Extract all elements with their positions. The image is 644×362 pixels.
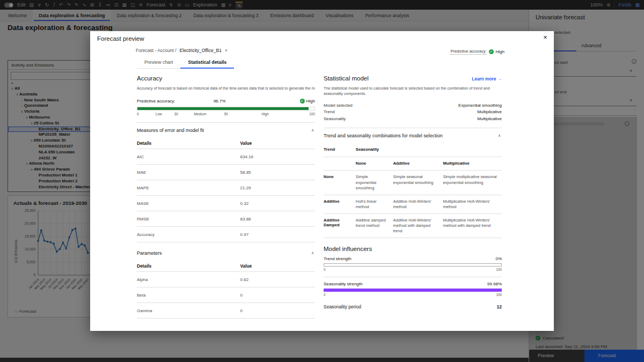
- modal-tab-statistical-details[interactable]: Statistical details: [180, 57, 234, 68]
- divider: [324, 277, 502, 277]
- predictive-accuracy-label: Predictive accuracy:: [450, 49, 486, 55]
- metric-label: Gamma: [137, 308, 240, 313]
- seasonality-strength-scale: 0100: [324, 293, 502, 297]
- table-row: MASE0.32: [137, 196, 315, 211]
- combo-row: AdditiveHolt's linear methodAdditive Hol…: [324, 195, 502, 214]
- combo-cell: Additive Holt-Winters' method: [393, 199, 443, 210]
- close-icon[interactable]: ×: [541, 33, 550, 42]
- metric-value: 0.62: [240, 277, 249, 282]
- combo-column-header: Multiplicative: [443, 161, 502, 167]
- measures-accordion-header[interactable]: Measures of error and model fit ∧: [137, 123, 315, 138]
- forecast-preview-modal: Forecast preview × Forecast - Account / …: [90, 31, 554, 331]
- table-row: MAPE21.29: [137, 180, 315, 196]
- metric-label: MAE: [137, 170, 240, 175]
- model-property-row: Model selectedExponential smoothing: [324, 102, 502, 109]
- accuracy-column: Accuracy Accuracy of forecast is based o…: [137, 73, 315, 319]
- metric-value: 58.85: [240, 170, 251, 175]
- combo-cell: Multiplicative Holt-Winters' method: [443, 199, 502, 210]
- modal-body: Accuracy Accuracy of forecast is based o…: [137, 73, 502, 319]
- table-row: RMSE83.88: [137, 211, 315, 227]
- combo-cell: Additive Holt-Winters' method with dampe…: [393, 218, 443, 234]
- table-row: Beta0: [137, 287, 315, 303]
- metric-value: 0: [240, 293, 243, 298]
- seasonality-period-row: Seasonality period 12: [324, 304, 502, 309]
- column-header: Value: [240, 141, 252, 146]
- statistical-model-description: The statistical model used to calculate …: [324, 86, 502, 97]
- column-header: Value: [240, 263, 252, 269]
- seasonality-strength-row: Seasonality strength 99.98%: [324, 282, 502, 286]
- arrow-right-icon: →: [497, 76, 502, 82]
- statistical-model-heading: Statistical model: [324, 75, 369, 82]
- modal-tab-preview-chart[interactable]: Preview chart: [137, 57, 180, 68]
- combo-row: Additive DampedAdditive damped trend met…: [324, 214, 502, 238]
- scale-mark: 100: [309, 112, 315, 116]
- combo-cell: Simple exponential smoothing: [356, 174, 393, 190]
- parameters-accordion-header[interactable]: Parameters ∧: [137, 246, 315, 261]
- metric-label: MASE: [137, 201, 240, 206]
- column-header: Details: [137, 263, 240, 269]
- chevron-up-icon: ∧: [311, 128, 314, 132]
- account-selector[interactable]: Electricity_Office_B1: [180, 48, 222, 53]
- scale-mark: Medium: [194, 112, 206, 116]
- combo-column-header: Additive: [393, 161, 443, 167]
- chevron-up-icon: ∧: [498, 134, 501, 138]
- chevron-up-icon: ∧: [311, 251, 314, 255]
- metric-value: 0: [240, 308, 243, 313]
- statistical-model-column: Statistical model Learn more → The stati…: [324, 73, 502, 319]
- modal-breadcrumb: Forecast - Account / Electricity_Office_…: [136, 48, 228, 53]
- chevron-down-icon[interactable]: ∨: [225, 48, 228, 53]
- property-label: Seasonality: [324, 116, 346, 123]
- modal-title: Forecast preview: [97, 35, 144, 42]
- check-circle-icon: ✓: [489, 49, 494, 54]
- accuracy-progress-bar: [137, 107, 315, 110]
- combinations-heading: Trend and seasonality combinations for m…: [324, 133, 443, 138]
- table-row: Accuracy0.97: [137, 227, 315, 242]
- trend-strength-row: Trend strength 0%: [324, 256, 502, 261]
- model-property-row: TrendMultiplicative: [324, 109, 502, 116]
- breadcrumb-text: Forecast - Account /: [136, 48, 177, 53]
- combinations-table: TrendSeasonalityNoneAdditiveMultiplicati…: [324, 143, 502, 238]
- trend-type-label: Additive Damped: [324, 218, 356, 234]
- scale-mark: 30: [174, 112, 178, 116]
- accuracy-heading: Accuracy: [137, 75, 315, 82]
- seasonality-period-value: 12: [497, 304, 502, 309]
- predictive-accuracy-value: 96.7%: [137, 99, 302, 104]
- parameters-heading: Parameters: [137, 250, 162, 256]
- model-influencers-heading: Model influencers: [324, 246, 502, 252]
- table-row: MAE58.85: [137, 165, 315, 180]
- predictive-accuracy-row: Predictive accuracy: 96.7% ✓ High: [137, 99, 315, 105]
- trend-type-label: None: [324, 174, 356, 190]
- metric-label: MAPE: [137, 186, 240, 190]
- table-row: AIC634.16: [137, 149, 315, 165]
- seasonality-period-label: Seasonality period: [324, 304, 361, 309]
- accuracy-description: Accuracy of forecast is based on histori…: [137, 86, 315, 91]
- scale-mark: Low: [156, 112, 162, 116]
- column-header: Details: [137, 141, 240, 146]
- metric-label: Alpha: [137, 277, 240, 282]
- trend-strength-bar: [324, 263, 502, 267]
- model-property-row: SeasonalityMultiplicative: [324, 116, 502, 123]
- metric-value: 0.97: [240, 232, 249, 237]
- trend-type-label: Additive: [324, 199, 356, 210]
- learn-more-link[interactable]: Learn more →: [472, 76, 502, 82]
- parameters-table: DetailsValueAlpha0.62Beta0Gamma0: [137, 261, 315, 319]
- table-row: Alpha0.62: [137, 272, 315, 287]
- accuracy-scale: 0Low30Medium50High100: [137, 112, 315, 117]
- combo-cell: Additive damped trend method: [356, 218, 393, 234]
- scale-mark: 0: [137, 112, 139, 116]
- scale-mark: High: [261, 112, 268, 116]
- property-label: Model selected: [324, 102, 353, 109]
- metric-value: 21.29: [240, 186, 251, 190]
- trend-strength-label: Trend strength: [324, 256, 352, 261]
- metric-value: 0.32: [240, 201, 249, 206]
- combo-cell: Simple seasonal exponential smoothing: [393, 174, 443, 190]
- combo-column-header: None: [356, 161, 393, 167]
- accuracy-badge: High: [306, 99, 315, 104]
- combinations-accordion-header[interactable]: Trend and seasonality combinations for m…: [324, 128, 502, 143]
- property-value: Exponential smoothing: [458, 102, 502, 109]
- app-root: Edit ▤∨↻⤴↶↷✎∿⊞↧≔⊡▦◫≋ Forecast ↯⊘▭ Explor…: [0, 0, 644, 362]
- model-properties: Model selectedExponential smoothingTrend…: [324, 102, 502, 123]
- seasonality-strength-value: 99.98%: [487, 282, 502, 286]
- accuracy-badge: High: [496, 49, 504, 54]
- property-value: Multiplicative: [477, 116, 502, 123]
